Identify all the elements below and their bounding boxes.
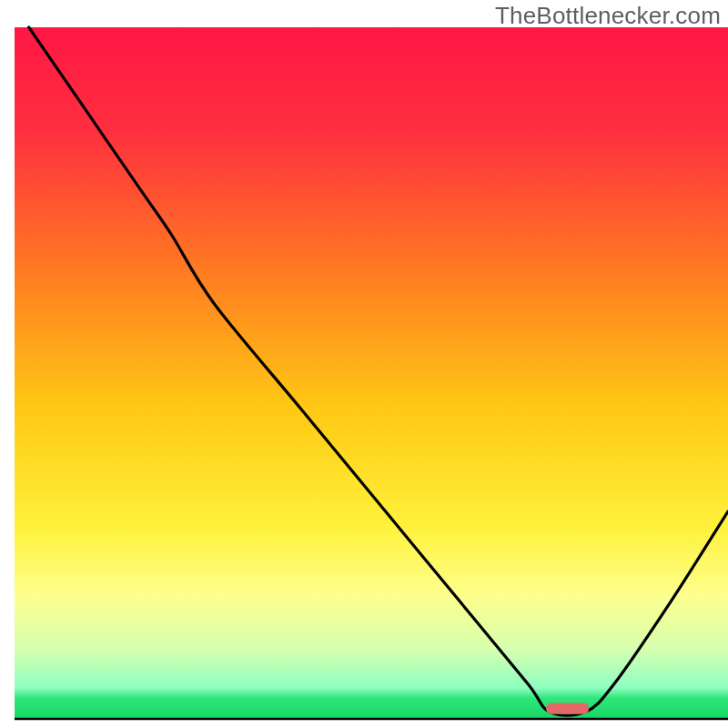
plot-background — [15, 27, 728, 719]
bottleneck-chart — [0, 0, 728, 728]
chart-frame: TheBottleneсker.com — [0, 0, 728, 728]
watermark-text: TheBottleneсker.com — [495, 2, 721, 30]
optimum-marker — [546, 703, 589, 714]
